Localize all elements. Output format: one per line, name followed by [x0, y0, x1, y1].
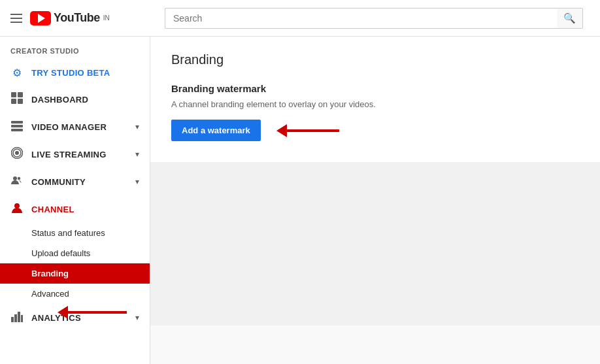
header: YouTubeIN 🔍: [0, 0, 600, 37]
dashboard-label: DASHBOARD: [31, 95, 139, 105]
sidebar-item-try-studio[interactable]: ⚙ TRY STUDIO BETA: [0, 60, 150, 86]
sidebar-item-community[interactable]: COMMUNITY ▾: [0, 168, 150, 195]
live-streaming-label: LIVE STREAMING: [31, 150, 127, 159]
country-code: IN: [103, 14, 110, 22]
live-streaming-chevron: ▾: [135, 150, 139, 159]
hamburger-menu-icon[interactable]: [10, 14, 22, 23]
dashboard-icon: [10, 92, 24, 107]
svg-rect-14: [14, 314, 17, 322]
community-icon: [10, 174, 24, 189]
svg-rect-13: [11, 317, 14, 322]
search-bar: 🔍: [165, 8, 583, 29]
live-streaming-icon: [10, 147, 24, 161]
svg-point-10: [13, 176, 17, 180]
sidebar-subitem-advanced[interactable]: Advanced: [0, 284, 150, 304]
svg-rect-2: [11, 99, 16, 104]
sidebar-subitem-branding[interactable]: Branding: [0, 263, 150, 284]
analytics-chevron: ▾: [135, 313, 139, 322]
branding-watermark-title: Branding watermark: [171, 83, 579, 94]
page-title: Branding: [171, 52, 579, 67]
video-manager-chevron: ▾: [135, 122, 139, 131]
video-manager-icon: [10, 120, 24, 134]
yt-play-icon: [30, 11, 51, 25]
arrow-annotation-button: [276, 124, 339, 137]
svg-rect-5: [11, 125, 23, 127]
sidebar-item-analytics[interactable]: ANALYTICS ▾: [0, 304, 150, 331]
branding-card: Branding Branding watermark A channel br…: [150, 37, 600, 162]
sidebar-item-channel[interactable]: CHANNEL: [0, 195, 150, 223]
header-left: YouTubeIN: [10, 11, 154, 25]
settings-icon: ⚙: [10, 67, 24, 79]
search-icon: 🔍: [563, 12, 576, 24]
svg-rect-16: [21, 315, 23, 322]
button-row: Add a watermark: [171, 120, 579, 141]
svg-rect-15: [18, 312, 20, 322]
svg-point-11: [18, 177, 20, 180]
svg-rect-4: [11, 121, 23, 124]
search-button[interactable]: 🔍: [557, 8, 583, 29]
content-rest: [150, 162, 600, 325]
channel-label: CHANNEL: [31, 205, 139, 214]
main-content: Branding Branding watermark A channel br…: [150, 37, 600, 364]
sidebar: CREATOR STUDIO ⚙ TRY STUDIO BETA DASHBOA…: [0, 37, 150, 364]
arrow-shaft: [287, 129, 339, 132]
add-watermark-button[interactable]: Add a watermark: [171, 120, 261, 141]
svg-rect-1: [18, 92, 23, 97]
analytics-label: ANALYTICS: [31, 313, 127, 323]
sidebar-item-dashboard[interactable]: DASHBOARD: [0, 86, 150, 113]
branding-desc: A channel branding element to overlay on…: [171, 99, 579, 109]
youtube-wordmark: YouTube: [54, 11, 100, 25]
sidebar-subitem-status-features[interactable]: Status and features: [0, 223, 150, 243]
channel-icon: [10, 202, 24, 216]
yt-play-triangle: [38, 14, 45, 23]
video-manager-label: VIDEO MANAGER: [31, 122, 127, 132]
community-label: COMMUNITY: [31, 177, 127, 187]
arrow-head: [276, 124, 287, 137]
creator-studio-title: CREATOR STUDIO: [0, 37, 150, 60]
try-studio-label: TRY STUDIO BETA: [31, 68, 139, 78]
sidebar-subitem-upload-defaults[interactable]: Upload defaults: [0, 243, 150, 263]
sidebar-item-video-manager[interactable]: VIDEO MANAGER ▾: [0, 113, 150, 141]
community-chevron: ▾: [135, 177, 139, 186]
svg-rect-3: [18, 99, 23, 104]
svg-point-7: [15, 151, 19, 155]
svg-rect-6: [11, 129, 23, 131]
sidebar-item-live-streaming[interactable]: LIVE STREAMING ▾: [0, 141, 150, 168]
body: CREATOR STUDIO ⚙ TRY STUDIO BETA DASHBOA…: [0, 37, 600, 364]
search-input[interactable]: [165, 8, 557, 29]
svg-point-12: [14, 203, 20, 208]
youtube-logo[interactable]: YouTubeIN: [30, 11, 110, 25]
analytics-icon: [10, 310, 24, 325]
svg-rect-0: [11, 92, 16, 97]
